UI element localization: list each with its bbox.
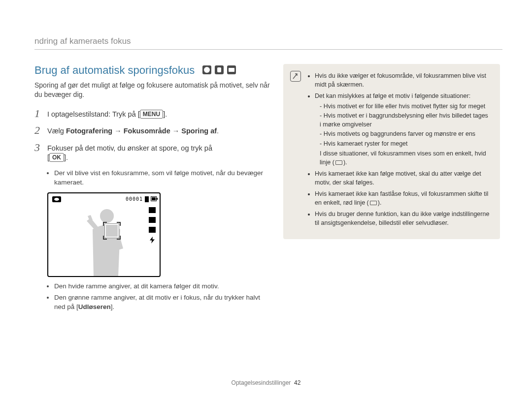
corner-icon <box>117 222 121 226</box>
title-row: Brug af automatisk sporingsfokus <box>34 64 271 77</box>
footer-section: Optagelsesindstillinger <box>232 379 291 386</box>
hud-mode-icon <box>52 196 61 202</box>
intro-text: Sporing af gør det muligt at følge og fo… <box>34 81 271 99</box>
step-2: 2 Vælg Fotografering → Fokusområde → Spo… <box>34 125 271 136</box>
step2-pre: Vælg <box>47 127 66 135</box>
note-subitem: Hvis motivet er for lille eller hvis mot… <box>320 102 491 111</box>
note-item: Hvis kameraet ikke kan følge motivet, sk… <box>315 170 491 187</box>
hud-right-icons <box>149 207 156 244</box>
note-item3-pre: Hvis kameraet ikke kan fastlåse fokus, v… <box>315 190 488 206</box>
note-inline-post: ). <box>343 159 347 166</box>
step-3: 3 Fokuser på det motiv, du ønsker at spo… <box>34 142 271 163</box>
dual-mode-icon <box>227 65 236 74</box>
hud-battery-icon <box>151 196 157 201</box>
bullets-after-illustration: Den hvide ramme angiver, at dit kamera f… <box>54 282 271 312</box>
bullet-item: Den grønne ramme angiver, at dit motiv e… <box>54 293 271 312</box>
hud-quality-icon <box>149 217 156 223</box>
step-1: 1 I optagelsestilstand: Tryk på [MENU]. <box>34 108 271 120</box>
left-column: Brug af automatisk sporingsfokus Sporing… <box>34 64 271 314</box>
bullet-item: Den hvide ramme angiver, at dit kamera f… <box>54 282 271 291</box>
note-icon <box>290 71 301 82</box>
mode-icons <box>202 65 237 76</box>
step-body: I optagelsestilstand: Tryk på [MENU]. <box>47 108 271 120</box>
bullets-before-illustration: Der vil blive vist en fokusramme, som vi… <box>54 169 271 187</box>
note-subitem: Hvis motivet er i baggrundsbelysning ell… <box>320 112 491 129</box>
steps-list: 1 I optagelsestilstand: Tryk på [MENU]. … <box>34 108 271 163</box>
white-frame-icon <box>335 160 342 165</box>
bullet-b1-text: Den grønne ramme angiver, at dit motiv e… <box>54 294 260 310</box>
step2-post: . <box>217 127 219 135</box>
step2-path: Fotografering → Fokusområde → Sporing af <box>66 127 217 135</box>
page-header: ndring af kameraets fokus <box>34 36 502 50</box>
p-mode-icon <box>202 65 211 74</box>
menu-button-label: MENU <box>140 110 163 119</box>
step-number: 2 <box>34 125 47 136</box>
note-item: Hvis kameraet ikke kan fastlåse fokus, v… <box>315 190 491 207</box>
corner-icon <box>103 236 107 240</box>
note-item: Det kan mislykkes at følge et motiv i fø… <box>315 92 491 167</box>
ok-button-label: OK <box>49 153 64 162</box>
step-body: Vælg Fotografering → Fokusområde → Spori… <box>47 125 271 136</box>
note-subitem: Hvis kameraet ryster for meget <box>320 140 491 149</box>
hud-size-icon <box>149 207 156 213</box>
step1-pre: I optagelsestilstand: Tryk på [ <box>47 110 140 118</box>
note-item-text: Det kan mislykkes at følge et motiv i fø… <box>315 93 470 99</box>
step-number: 1 <box>34 108 47 119</box>
hud-metering-icon <box>149 227 156 233</box>
corner-icon <box>103 222 107 226</box>
note-sublist: Hvis motivet er for lille eller hvis mot… <box>315 102 491 149</box>
note-item3-post: ). <box>378 199 382 206</box>
note-item: Hvis du ikke vælger et fokusområde, vil … <box>315 72 491 89</box>
step1-post: ]. <box>163 110 167 118</box>
note-subitem: Hvis motivets og baggrundens farver og m… <box>320 130 491 139</box>
step3-post: . <box>66 154 68 161</box>
note-item: Hvis du bruger denne funktion, kan du ik… <box>315 210 491 227</box>
hud-flash-icon <box>150 237 155 244</box>
bullet-item: Der vil blive vist en fokusramme, som vi… <box>54 169 271 187</box>
note-inline: I disse situationer, vil fokusrammen vis… <box>315 150 491 167</box>
focus-frame <box>105 224 119 238</box>
hud-card-icon <box>145 196 149 202</box>
camera-screen-illustration: 00001 <box>47 192 161 277</box>
section-title: Brug af automatisk sporingsfokus <box>34 64 195 77</box>
shutter-word: Udløseren <box>78 303 111 310</box>
corner-icon <box>117 236 121 240</box>
person-silhouette <box>73 202 132 276</box>
red-frame-icon <box>370 201 377 205</box>
hand-mode-icon <box>215 65 224 74</box>
page-footer: Optagelsesindstillinger 42 <box>0 379 532 386</box>
step-body: Fokuser på det motiv, du ønsker at spore… <box>47 142 271 163</box>
note-list: Hvis du ikke vælger et fokusområde, vil … <box>308 72 491 227</box>
step3-line: Fokuser på det motiv, du ønsker at spore… <box>47 144 212 152</box>
step-number: 3 <box>34 142 47 153</box>
page-number: 42 <box>294 379 300 386</box>
hud-counter: 00001 <box>126 196 143 202</box>
note-box: Hvis du ikke vælger et fokusområde, vil … <box>283 64 500 239</box>
